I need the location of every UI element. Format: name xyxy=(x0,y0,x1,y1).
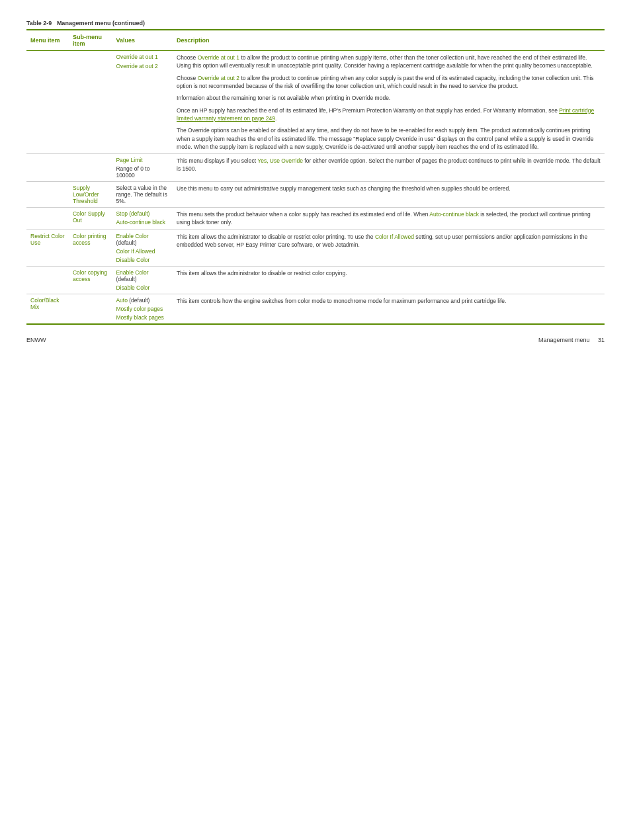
value-mostly-color: Mostly color pages xyxy=(116,306,169,312)
sub-menu-cell xyxy=(69,294,112,324)
values-cell: Enable Color (default) Color If Allowed … xyxy=(112,230,173,266)
table-row: Supply Low/OrderThreshold Select a value… xyxy=(26,182,605,208)
description-cell: This item allows the administrator to di… xyxy=(173,266,605,294)
management-table: Menu item Sub-menu item Values Descripti… xyxy=(26,29,605,325)
values-cell: Stop (default) Auto-continue black xyxy=(112,208,173,230)
col-values: Values xyxy=(112,30,173,51)
desc-p2: Choose Override at out 2 to allow the pr… xyxy=(177,74,601,91)
footer: ENWW Management menu 31 xyxy=(26,337,605,343)
value-page-limit: Page Limit xyxy=(116,157,169,163)
value-color-if-allowed: Color If Allowed xyxy=(116,248,169,255)
description-cell: This menu displays if you select Yes, Us… xyxy=(173,154,605,182)
table-row: Color/Black Mix Auto (default) Mostly co… xyxy=(26,294,605,324)
table-row: Override at out 1 Override at out 2 Choo… xyxy=(26,51,605,154)
sub-menu-cell: Color copying access xyxy=(69,266,112,294)
values-cell: Override at out 1 Override at out 2 xyxy=(112,51,173,154)
sub-menu-cell xyxy=(69,154,112,182)
desc-p1: Choose Override at out 1 to allow the pr… xyxy=(177,54,601,70)
description-cell: Choose Override at out 1 to allow the pr… xyxy=(173,51,605,154)
col-sub-menu: Sub-menu item xyxy=(69,30,112,51)
value-disable-color-print: Disable Color xyxy=(116,257,169,263)
footer-right: Management menu 31 xyxy=(538,337,605,343)
value-override-2: Override at out 2 xyxy=(116,63,169,69)
menu-item-cell xyxy=(26,208,69,230)
desc-page-limit: This menu displays if you select Yes, Us… xyxy=(177,157,601,173)
footer-page-number: 31 xyxy=(598,337,605,343)
menu-item-cell: Color/Black Mix xyxy=(26,294,69,324)
desc-color-copy: This item allows the administrator to di… xyxy=(177,269,601,277)
values-cell: Select a value in the range. The default… xyxy=(112,182,173,208)
sub-menu-cell xyxy=(69,51,112,154)
table-heading: Management menu (continued) xyxy=(57,20,145,26)
desc-p3: Information about the remaining toner is… xyxy=(177,94,601,102)
sub-menu-cell: Supply Low/OrderThreshold xyxy=(69,182,112,208)
desc-color-black-mix: This item controls how the engine switch… xyxy=(177,297,601,305)
table-row: Color copying access Enable Color (defau… xyxy=(26,266,605,294)
sub-menu-cell: Color printing access xyxy=(69,230,112,266)
description-cell: Use this menu to carry out administrativ… xyxy=(173,182,605,208)
value-mostly-black: Mostly black pages xyxy=(116,314,169,321)
values-cell: Auto (default) Mostly color pages Mostly… xyxy=(112,294,173,324)
table-title: Table 2-9 Management menu (continued) xyxy=(26,20,605,26)
footer-right-text: Management menu xyxy=(538,337,590,343)
menu-item-cell xyxy=(26,51,69,154)
table-row: Page Limit Range of 0 to 100000 This men… xyxy=(26,154,605,182)
value-enable-color: Enable Color (default) xyxy=(116,233,169,246)
menu-item-cell xyxy=(26,182,69,208)
footer-left: ENWW xyxy=(26,337,46,343)
desc-color-supply: This menu sets the product behavior when… xyxy=(177,210,601,227)
sub-menu-cell: Color Supply Out xyxy=(69,208,112,230)
menu-item-cell xyxy=(26,266,69,294)
menu-item-cell: Restrict Color Use xyxy=(26,230,69,266)
desc-p4: Once an HP supply has reached the end of… xyxy=(177,106,601,123)
values-cell: Enable Color (default) Disable Color xyxy=(112,266,173,294)
col-menu-item: Menu item xyxy=(26,30,69,51)
warranty-link[interactable]: Print cartridge limited warranty stateme… xyxy=(177,107,594,122)
value-enable-color-copy: Enable Color (default) xyxy=(116,269,169,282)
value-range: Range of 0 to 100000 xyxy=(116,165,169,179)
value-disable-color-copy: Disable Color xyxy=(116,284,169,291)
description-cell: This menu sets the product behavior when… xyxy=(173,208,605,230)
value-stop: Stop (default) xyxy=(116,210,169,217)
value-override-1: Override at out 1 xyxy=(116,54,169,60)
value-auto: Auto (default) xyxy=(116,297,169,304)
table-row: Color Supply Out Stop (default) Auto-con… xyxy=(26,208,605,230)
value-auto-continue: Auto-continue black xyxy=(116,219,169,226)
desc-p5: The Override options can be enabled or d… xyxy=(177,126,601,151)
menu-item-cell xyxy=(26,154,69,182)
col-description: Description xyxy=(173,30,605,51)
description-cell: This item controls how the engine switch… xyxy=(173,294,605,324)
values-cell: Page Limit Range of 0 to 100000 xyxy=(112,154,173,182)
description-cell: This item allows the administrator to di… xyxy=(173,230,605,266)
desc-threshold: Use this menu to carry out administrativ… xyxy=(177,185,601,192)
table-number: Table 2-9 xyxy=(26,20,52,26)
table-row: Restrict Color Use Color printing access… xyxy=(26,230,605,266)
desc-restrict-color: This item allows the administrator to di… xyxy=(177,233,601,249)
